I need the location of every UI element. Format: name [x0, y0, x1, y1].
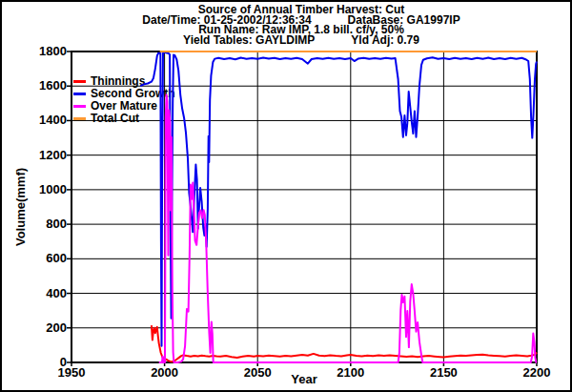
series-thinnings: [152, 325, 537, 361]
header-line-4: Yield Tables: GAYLDIMPYld Adj: 0.79: [40, 35, 562, 46]
yield-tables-label: Yield Tables: GAYLDIMP: [183, 33, 315, 47]
legend-swatch-second-growth: [73, 93, 86, 95]
legend-item-total-cut: Total Cut: [73, 113, 175, 125]
x-tick-label: 2000: [144, 366, 186, 380]
series-over-mature: [159, 95, 537, 362]
plot-series: [2, 2, 572, 392]
series-second-growth: [140, 52, 537, 346]
x-tick-label: 1950: [51, 366, 92, 380]
y-tick-label: 400: [29, 287, 67, 300]
y-tick-label: 1200: [29, 149, 67, 162]
y-tick-label: 1400: [29, 113, 67, 127]
y-tick-label: 1800: [29, 45, 67, 58]
legend-swatch-over-mature: [73, 105, 86, 108]
x-tick-label: 2150: [422, 366, 464, 380]
x-tick-label: 2100: [330, 366, 372, 380]
chart-header: Source of Annual Timber Harvest: Cut Dat…: [40, 5, 562, 45]
x-tick-label: 2050: [236, 366, 278, 380]
legend-swatch-total-cut: [73, 117, 86, 120]
y-tick-label: 1000: [29, 183, 67, 196]
y-axis-title: Volume(mmf): [13, 168, 28, 246]
chart-frame: Source of Annual Timber Harvest: Cut Dat…: [0, 0, 572, 392]
y-tick-label: 800: [29, 217, 67, 231]
x-axis-title: Year: [283, 372, 325, 386]
legend: Thinnings Second Growth Over Mature Tota…: [73, 75, 175, 125]
legend-label-total-cut: Total Cut: [91, 113, 139, 125]
y-tick-label: 1600: [29, 79, 67, 93]
x-tick-label: 2200: [516, 366, 558, 380]
yield-adj-label: Yld Adj: 0.79: [351, 33, 419, 47]
y-tick-label: 200: [29, 321, 67, 335]
legend-swatch-thinnings: [73, 80, 86, 83]
plot-grid: [2, 2, 572, 392]
y-tick-label: 600: [29, 252, 67, 265]
